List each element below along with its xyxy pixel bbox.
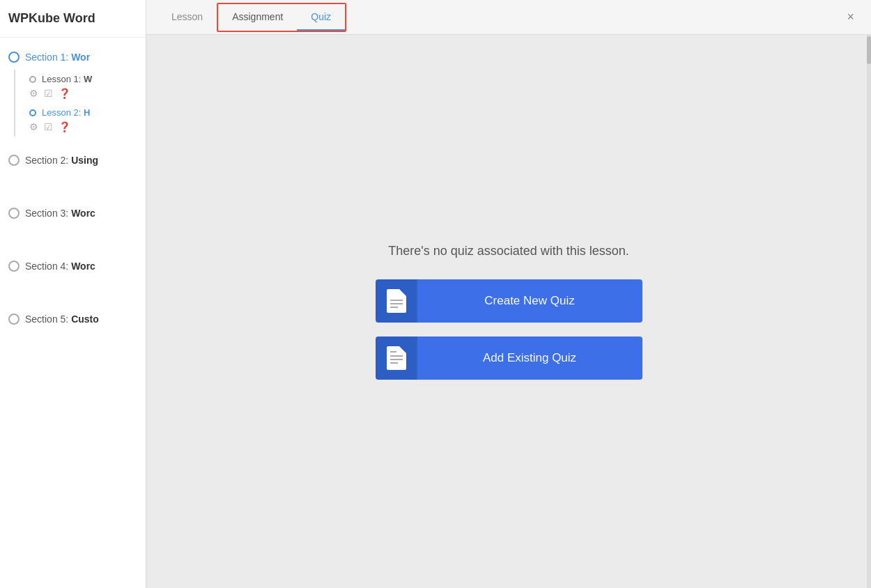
- sidebar-content: Section 1: Wor Lesson 1: W ⚙ ☑ ❓ Lesso: [0, 38, 146, 339]
- panel-header: Lesson Assignment Quiz ×: [146, 0, 871, 35]
- tabs-container: Lesson Assignment Quiz: [157, 3, 346, 32]
- lesson1-label: Lesson 1: W: [42, 74, 92, 84]
- help-icon-2[interactable]: ❓: [59, 121, 70, 132]
- create-quiz-label: Create New Quiz: [417, 279, 642, 323]
- lesson2-label: Lesson 2: H: [42, 107, 90, 118]
- help-icon[interactable]: ❓: [59, 88, 70, 99]
- sidebar-item-section2[interactable]: Section 2: Using: [0, 148, 146, 173]
- check-icon-2[interactable]: ☑: [44, 121, 53, 132]
- new-file-icon: [387, 289, 406, 313]
- tabs-highlighted-group: Assignment Quiz: [217, 3, 346, 32]
- section5-label: Section 5: Custo: [25, 314, 99, 325]
- section4-label: Section 4: Worc: [25, 261, 95, 272]
- create-new-quiz-button[interactable]: Create New Quiz: [376, 279, 642, 323]
- scrollbar-thumb: [867, 36, 871, 64]
- existing-file-icon: [387, 346, 406, 370]
- scrollbar[interactable]: [867, 35, 871, 588]
- sidebar-item-lesson2[interactable]: Lesson 2: H: [21, 103, 146, 119]
- lesson2-dot: [29, 109, 36, 116]
- section1-circle: [8, 52, 20, 63]
- tab-assignment[interactable]: Assignment: [218, 4, 297, 31]
- gear-icon[interactable]: ⚙: [29, 88, 38, 99]
- sidebar-item-lesson1[interactable]: Lesson 1: W: [21, 70, 146, 86]
- section2-circle: [8, 155, 20, 166]
- gear-icon-2[interactable]: ⚙: [29, 121, 38, 132]
- section5-circle: [8, 314, 20, 325]
- sidebar: WPKube Word Section 1: Wor Lesson 1: W ⚙…: [0, 0, 146, 588]
- section3-label: Section 3: Worc: [25, 208, 95, 219]
- add-quiz-icon-area: [376, 336, 417, 380]
- section2-label: Section 2: Using: [25, 155, 98, 166]
- sidebar-item-section3[interactable]: Section 3: Worc: [0, 201, 146, 226]
- tab-lesson[interactable]: Lesson: [157, 3, 217, 32]
- panel-content: There's no quiz associated with this les…: [146, 35, 871, 588]
- create-quiz-icon-area: [376, 279, 417, 323]
- sidebar-item-section1[interactable]: Section 1: Wor: [0, 45, 146, 70]
- no-quiz-message: There's no quiz associated with this les…: [388, 244, 629, 258]
- lesson1-icons: ⚙ ☑ ❓: [21, 86, 146, 103]
- main-panel: Lesson Assignment Quiz × There's no quiz…: [146, 0, 871, 588]
- tab-quiz[interactable]: Quiz: [297, 4, 345, 31]
- section1-lessons: Lesson 1: W ⚙ ☑ ❓ Lesson 2: H ⚙ ☑ ❓: [0, 70, 146, 137]
- close-button[interactable]: ×: [841, 7, 860, 27]
- add-existing-quiz-button[interactable]: Add Existing Quiz: [376, 336, 642, 380]
- lesson2-icons: ⚙ ☑ ❓: [21, 119, 146, 137]
- sidebar-item-section5[interactable]: Section 5: Custo: [0, 307, 146, 332]
- add-quiz-label: Add Existing Quiz: [417, 336, 642, 380]
- section3-circle: [8, 208, 20, 219]
- sidebar-item-section4[interactable]: Section 4: Worc: [0, 254, 146, 279]
- check-icon[interactable]: ☑: [44, 88, 53, 99]
- sidebar-title: WPKube Word: [0, 0, 146, 38]
- lesson1-dot: [29, 76, 36, 83]
- section4-circle: [8, 261, 20, 272]
- section1-label: Section 1: Wor: [25, 52, 90, 63]
